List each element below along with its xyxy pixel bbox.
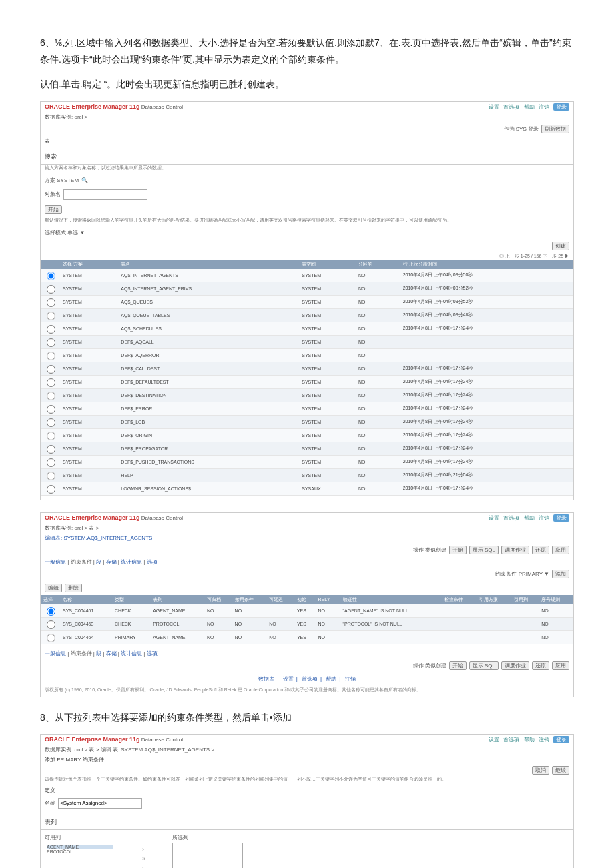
show-sql-button[interactable]: 显示 SQL: [469, 546, 499, 554]
table-row[interactable]: SYSTEMAQ$_SCHEDULESSYSTEMNO2010年4月8日 上午0…: [41, 322, 573, 335]
table-row[interactable]: SYS_C004461CHECKAGENT_NAMENONOYESNO"AGEN…: [41, 604, 573, 618]
go-button2[interactable]: 开始: [449, 661, 467, 670]
row-radio[interactable]: [47, 352, 55, 360]
schedule-button[interactable]: 调度作业: [501, 546, 529, 554]
object-input[interactable]: [63, 189, 147, 200]
tab-opts[interactable]: 选项: [147, 559, 158, 565]
table-row[interactable]: SYSTEMAQ$_INTERNET_AGENT_PRIVSSYSTEMNO20…: [41, 282, 573, 295]
name-input[interactable]: [58, 798, 142, 809]
table-row[interactable]: SYSTEMDEF$_DEFAULTDESTSYSTEMNO2010年4月8日 …: [41, 375, 573, 388]
link-help[interactable]: 帮助: [524, 737, 535, 743]
col-name[interactable]: 表名: [118, 260, 299, 269]
apply-button[interactable]: 应用: [552, 546, 569, 554]
table-row[interactable]: SYSTEMLOGMNR_SESSION_ACTIONS$SYSAUXNO201…: [41, 482, 573, 495]
table-row[interactable]: SYSTEMDEF$_AQCALLSYSTEMNO: [41, 335, 573, 348]
link-logout[interactable]: 注销: [539, 515, 549, 521]
tab-seg[interactable]: 段: [96, 559, 101, 565]
link-prefs[interactable]: 首选项: [503, 737, 519, 743]
tab-store[interactable]: 存储: [106, 559, 117, 565]
apply-button2[interactable]: 应用: [552, 661, 569, 670]
row-radio[interactable]: [47, 298, 55, 307]
delete-button[interactable]: 删除: [65, 584, 82, 592]
cancel-button[interactable]: 取消: [532, 766, 549, 775]
row-radio[interactable]: [47, 607, 55, 616]
table-row[interactable]: SYSTEMDEF$_CALLDESTSYSTEMNO2010年4月8日 上午0…: [41, 362, 573, 375]
tab-stats[interactable]: 统计信息: [121, 559, 142, 565]
edit-button[interactable]: 编辑: [45, 584, 62, 592]
tab-stats2[interactable]: 统计信息: [121, 650, 142, 657]
table-row[interactable]: SYSTEMDEF$_PROPAGATORSYSTEMNO2010年4月8日 上…: [41, 442, 573, 455]
col-ts[interactable]: 表空间: [299, 260, 356, 269]
link-settings[interactable]: 设置: [489, 515, 499, 521]
go-button[interactable]: 开始: [45, 205, 62, 214]
table-row[interactable]: SYSTEMDEF$_ORIGINSYSTEMNO2010年4月8日 上午04时…: [41, 428, 573, 442]
row-radio[interactable]: [47, 634, 55, 642]
row-radio[interactable]: [47, 272, 55, 280]
list-item[interactable]: PROTOCOL: [47, 849, 113, 854]
footer-links[interactable]: 数据库| 设置| 首选项| 帮助| 注销: [41, 673, 573, 685]
row-radio[interactable]: [47, 418, 55, 427]
tab-opts2[interactable]: 选项: [147, 650, 158, 657]
tab-seg2[interactable]: 段: [96, 650, 101, 657]
col-analyzed[interactable]: 行 上次分析时间: [400, 260, 573, 269]
row-radio[interactable]: [47, 472, 55, 480]
revert-button[interactable]: 还原: [532, 546, 549, 554]
row-radio[interactable]: [47, 458, 55, 467]
link-prefs[interactable]: 首选项: [503, 104, 519, 110]
col-schema[interactable]: 选择 方案: [60, 260, 118, 269]
tab-constraints[interactable]: 约束条件: [71, 559, 92, 565]
link-prefs[interactable]: 首选项: [503, 515, 519, 521]
table-row[interactable]: SYSTEMHELPSYSTEMNO2010年4月8日 上午04时21分04秒: [41, 468, 573, 482]
table-row[interactable]: SYSTEMDEF$_DESTINATIONSYSTEMNO2010年4月8日 …: [41, 388, 573, 402]
table-row[interactable]: SYS_C004463CHECKPROTOCOLNONONOYESNO"PROT…: [41, 617, 573, 630]
table-row[interactable]: SYSTEMAQ$_QUEUESSYSTEMNO2010年4月8日 上午04时0…: [41, 295, 573, 308]
table-row[interactable]: SYSTEMAQ$_INTERNET_AGENTSSYSTEMNO2010年4月…: [41, 269, 573, 282]
go-button[interactable]: 开始: [449, 546, 467, 554]
row-radio[interactable]: [47, 620, 55, 629]
col-part[interactable]: 分区的: [356, 260, 400, 269]
revert-button2[interactable]: 还原: [532, 661, 549, 670]
move-icon[interactable]: ›: [142, 846, 145, 853]
row-radio[interactable]: [47, 338, 55, 347]
row-radio[interactable]: [47, 405, 55, 414]
add-button[interactable]: 添加: [552, 570, 569, 578]
pagination-hint[interactable]: ◎ 上一步 1-25 / 156 下一步 25 ▶: [41, 253, 573, 260]
row-radio[interactable]: [47, 365, 55, 374]
tab-constraints2[interactable]: 约束条件: [71, 650, 92, 657]
top-links[interactable]: 设置 首选项 帮助 注销 登录: [486, 736, 569, 743]
list-item[interactable]: AGENT_NAME: [47, 845, 113, 849]
table-row[interactable]: SYSTEMAQ$_QUEUE_TABLESSYSTEMNO2010年4月8日 …: [41, 308, 573, 322]
available-list[interactable]: AGENT_NAME PROTOCOL: [45, 843, 115, 868]
show-sql-button2[interactable]: 显示 SQL: [469, 661, 499, 670]
selected-list[interactable]: [172, 843, 243, 868]
top-links[interactable]: 设置 首选项 帮助 注销 登录: [486, 514, 569, 522]
row-radio[interactable]: [47, 378, 55, 387]
row-radio[interactable]: [47, 432, 55, 440]
schedule-button2[interactable]: 调度作业: [501, 661, 529, 670]
remove-icon[interactable]: ‹: [142, 865, 145, 868]
top-links[interactable]: 设置 首选项 帮助 注销 登录: [486, 103, 569, 111]
table-row[interactable]: SYS_C004464PRIMARYAGENT_NAMENONONOYESNON…: [41, 630, 573, 644]
tab-store2[interactable]: 存储: [106, 650, 117, 657]
tab-general[interactable]: 一般信息: [45, 559, 66, 565]
move-all-icon[interactable]: »: [142, 855, 145, 862]
row-radio[interactable]: [47, 325, 55, 334]
row-radio[interactable]: [47, 392, 55, 400]
tab-general2[interactable]: 一般信息: [45, 650, 66, 657]
link-logout[interactable]: 注销: [539, 104, 549, 110]
row-radio[interactable]: [47, 285, 55, 294]
table-row[interactable]: SYSTEMDEF$_LOBSYSTEMNO2010年4月8日 上午04时17分…: [41, 415, 573, 428]
continue-button[interactable]: 继续: [552, 766, 569, 775]
flashlight-icon[interactable]: 🔍: [81, 177, 88, 183]
table-row[interactable]: SYSTEMDEF$_AQERRORSYSTEMNO: [41, 348, 573, 362]
row-radio[interactable]: [47, 312, 55, 320]
link-help[interactable]: 帮助: [524, 104, 535, 110]
create-button[interactable]: 创建: [552, 242, 569, 250]
link-settings[interactable]: 设置: [489, 104, 499, 110]
link-settings[interactable]: 设置: [489, 737, 499, 743]
table-row[interactable]: SYSTEMDEF$_ERRORSYSTEMNO2010年4月8日 上午04时1…: [41, 402, 573, 415]
row-radio[interactable]: [47, 485, 55, 494]
row-radio[interactable]: [47, 445, 55, 454]
refresh-button[interactable]: 刷新数据: [541, 125, 569, 133]
table-row[interactable]: SYSTEMDEF$_PUSHED_TRANSACTIONSSYSTEMNO20…: [41, 455, 573, 468]
